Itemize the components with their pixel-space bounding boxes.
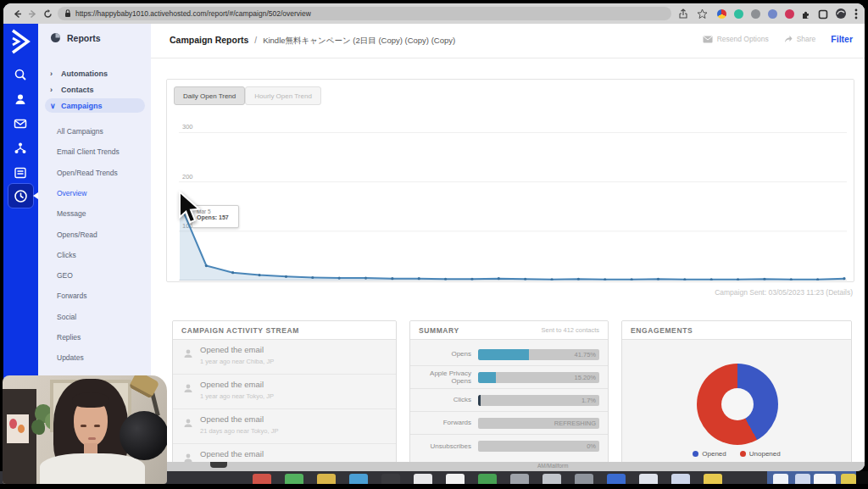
sidebar-item-all-campaigns[interactable]: All Campaigns bbox=[57, 127, 148, 136]
sidebar-item-open-read-trends[interactable]: Open/Read Trends bbox=[57, 169, 148, 177]
webcam-person-shirt bbox=[40, 453, 145, 484]
summary-title: SUMMARY bbox=[419, 326, 459, 335]
daily-open-trend-chart[interactable]: 100200300 bbox=[179, 118, 847, 281]
contacts-icon[interactable] bbox=[14, 92, 28, 107]
share-page-icon[interactable] bbox=[678, 8, 688, 23]
dock-app-icon[interactable] bbox=[607, 474, 626, 484]
bookmark-star-icon[interactable] bbox=[697, 8, 708, 23]
sidebar-group-campaigns[interactable]: ∨Campaigns bbox=[45, 98, 145, 113]
dock-app-icon[interactable] bbox=[446, 474, 465, 484]
strip-notch bbox=[210, 462, 227, 468]
summary-label: Opens bbox=[410, 350, 478, 358]
url-bar[interactable]: https://happybaby1010.activehosted.com/r… bbox=[58, 7, 671, 20]
dock-app-icon[interactable] bbox=[814, 474, 836, 484]
recycle-extension-icon[interactable] bbox=[751, 9, 760, 19]
sidebar-item-opens-read[interactable]: Opens/Read bbox=[57, 231, 148, 239]
pie-chart-icon bbox=[50, 32, 61, 43]
dock-app-icon[interactable] bbox=[639, 474, 658, 484]
dock-app-icon[interactable] bbox=[381, 474, 400, 484]
tab-hourly-open-trend[interactable]: Hourly Open Trend bbox=[245, 86, 321, 105]
summary-label: Unsubscribes bbox=[410, 442, 478, 450]
open-trend-card: Daily Open TrendHourly Open Trend 100200… bbox=[166, 79, 854, 282]
extensions-puzzle-icon[interactable] bbox=[801, 8, 811, 23]
campaign-sent-note[interactable]: Campaign Sent: 03/05/2023 11:23 (Details… bbox=[715, 288, 853, 297]
activity-title: CAMPAIGN ACTIVITY STREAM bbox=[181, 326, 299, 335]
sidebar-group-automations[interactable]: ›Automations bbox=[45, 66, 145, 81]
dock-app-icon[interactable] bbox=[285, 474, 303, 484]
sidebar-item-clicks[interactable]: Clicks bbox=[57, 251, 148, 259]
svg-text:300: 300 bbox=[182, 123, 193, 131]
summary-bar: 15.20% bbox=[478, 372, 599, 383]
webcam-overlay bbox=[3, 375, 167, 484]
summary-value: REFRESHING bbox=[554, 420, 596, 427]
reports-clock-icon bbox=[14, 189, 28, 203]
dock-app-icon[interactable] bbox=[510, 474, 529, 484]
sidebar-item-geo[interactable]: GEO bbox=[57, 271, 148, 280]
legend-unopened: Unopened bbox=[740, 450, 781, 458]
color-wheel-extension-icon[interactable] bbox=[717, 9, 726, 19]
campaign-title: Kindle無料キャンペーン (2日目 (Copy) (Copy) (Copy) bbox=[263, 36, 455, 47]
sidebar-title: Reports bbox=[50, 32, 101, 43]
main-content: Campaign Reports / Kindle無料キャンペーン (2日目 (… bbox=[151, 24, 865, 462]
activity-action: Opened the email bbox=[200, 449, 264, 458]
sidebar-item-forwards[interactable]: Forwards bbox=[57, 292, 148, 300]
activity-item[interactable]: Opened the email bbox=[173, 444, 396, 462]
screen: https://happybaby1010.activehosted.com/r… bbox=[0, 0, 868, 489]
lists-icon[interactable] bbox=[14, 166, 28, 181]
reload-icon[interactable] bbox=[41, 7, 54, 20]
campaigns-icon[interactable] bbox=[14, 117, 28, 131]
share-button[interactable]: Share bbox=[784, 35, 816, 43]
summary-bar: 1.7% bbox=[478, 395, 599, 406]
summary-bar: 41.75% bbox=[478, 349, 599, 360]
dock-app-icon[interactable] bbox=[671, 474, 690, 484]
sidebar-item-overview[interactable]: Overview bbox=[57, 189, 148, 197]
tab-square-icon[interactable] bbox=[818, 8, 828, 23]
donut-hole bbox=[721, 388, 754, 420]
forward-icon[interactable] bbox=[25, 7, 39, 20]
sidebar-item-updates[interactable]: Updates bbox=[57, 353, 148, 362]
dock-app-icon[interactable] bbox=[478, 474, 497, 484]
dock-app-icon[interactable] bbox=[795, 474, 810, 484]
dock-corner bbox=[856, 471, 868, 484]
activity-item[interactable]: Opened the email1 year ago near Chiba, J… bbox=[173, 340, 396, 375]
summary-value: 15.20% bbox=[575, 374, 596, 381]
red-extension-icon[interactable] bbox=[785, 9, 794, 19]
dock-app-icon[interactable] bbox=[773, 474, 788, 484]
activity-action: Opened the email bbox=[200, 380, 264, 389]
contact-icon bbox=[183, 451, 193, 462]
summary-bar: 0% bbox=[478, 441, 599, 452]
sidebar-item-email-client-trends[interactable]: Email Client Trends bbox=[57, 147, 148, 156]
dock-app-icon[interactable] bbox=[414, 474, 432, 484]
teal-extension-icon[interactable] bbox=[734, 9, 743, 19]
dock-app-icon[interactable] bbox=[317, 474, 336, 484]
dock-app-icon[interactable] bbox=[349, 474, 368, 484]
sidebar-item-social[interactable]: Social bbox=[57, 313, 148, 321]
automations-icon[interactable] bbox=[14, 142, 28, 156]
dock-app-icon[interactable] bbox=[704, 474, 722, 484]
search-icon[interactable] bbox=[14, 68, 28, 82]
reports-rail-active[interactable] bbox=[8, 183, 34, 208]
activecampaign-logo[interactable] bbox=[9, 29, 31, 58]
summary-row-forwards: ForwardsREFRESHING bbox=[410, 412, 608, 435]
dock-app-icon[interactable] bbox=[841, 474, 856, 484]
sidebar-item-replies[interactable]: Replies bbox=[57, 333, 148, 342]
summary-card: SUMMARY Sent to 412 contacts Opens41.75%… bbox=[409, 320, 609, 462]
filter-button[interactable]: Filter bbox=[831, 34, 853, 44]
sidebar-group-contacts[interactable]: ›Contacts bbox=[45, 82, 145, 97]
dock-app-icon[interactable] bbox=[542, 474, 561, 484]
summary-row-opens: Opens41.75% bbox=[410, 343, 608, 366]
profile-avatar[interactable] bbox=[835, 8, 847, 23]
envelope-icon bbox=[703, 36, 713, 43]
activity-item[interactable]: Opened the email1 year ago near Tokyo, J… bbox=[173, 375, 396, 409]
activity-item[interactable]: Opened the email21 days ago near Tokyo, … bbox=[173, 409, 396, 444]
sidebar-item-message[interactable]: Message bbox=[57, 209, 148, 218]
breadcrumb-root[interactable]: Campaign Reports bbox=[170, 35, 248, 45]
dock-app-icon[interactable] bbox=[575, 474, 593, 484]
back-icon[interactable] bbox=[10, 7, 24, 20]
menu-dots-icon[interactable] bbox=[854, 8, 858, 23]
blue-extension-icon[interactable] bbox=[768, 9, 777, 19]
webcam-person-bangs bbox=[72, 392, 109, 408]
tab-daily-open-trend[interactable]: Daily Open Trend bbox=[174, 86, 245, 105]
resend-options-button[interactable]: Resend Options bbox=[703, 35, 769, 43]
dock-app-icon[interactable] bbox=[253, 474, 271, 484]
